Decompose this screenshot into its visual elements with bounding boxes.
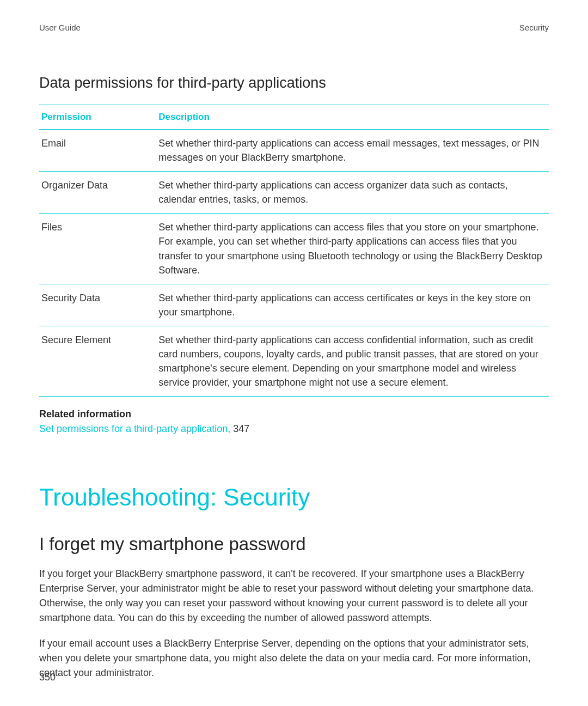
- table-row: Secure Element Set whether third-party a…: [39, 326, 549, 396]
- problem-heading: I forget my smartphone password: [39, 534, 549, 555]
- cell-description: Set whether third-party applications can…: [156, 130, 549, 172]
- table-row: Organizer Data Set whether third-party a…: [39, 172, 549, 214]
- cell-description: Set whether third-party applications can…: [156, 214, 549, 284]
- table-row: Security Data Set whether third-party ap…: [39, 284, 549, 326]
- body-paragraph: If your email account uses a BlackBerry …: [39, 636, 549, 680]
- col-header-permission: Permission: [39, 105, 156, 130]
- cell-description: Set whether third-party applications can…: [156, 172, 549, 214]
- cell-permission: Email: [39, 130, 156, 172]
- related-link-page: 347: [233, 423, 249, 434]
- cell-description: Set whether third-party applications can…: [156, 284, 549, 326]
- related-link-row: Set permissions for a third-party applic…: [39, 423, 549, 435]
- page-number: 350: [39, 672, 56, 683]
- col-header-description: Description: [156, 105, 549, 130]
- cell-permission: Secure Element: [39, 326, 156, 396]
- cell-description: Set whether third-party applications can…: [156, 326, 549, 396]
- table-row: Files Set whether third-party applicatio…: [39, 214, 549, 284]
- cell-permission: Files: [39, 214, 156, 284]
- cell-permission: Security Data: [39, 284, 156, 326]
- body-paragraph: If you forget your BlackBerry smartphone…: [39, 567, 549, 625]
- cell-permission: Organizer Data: [39, 172, 156, 214]
- header-right: Security: [519, 23, 549, 32]
- related-link[interactable]: Set permissions for a third-party applic…: [39, 423, 233, 434]
- troubleshooting-heading: Troubleshooting: Security: [39, 484, 549, 511]
- table-row: Email Set whether third-party applicatio…: [39, 130, 549, 172]
- related-info-heading: Related information: [39, 409, 549, 420]
- permissions-table: Permission Description Email Set whether…: [39, 105, 549, 397]
- section-heading: Data permissions for third-party applica…: [39, 75, 549, 92]
- header-left: User Guide: [39, 23, 81, 32]
